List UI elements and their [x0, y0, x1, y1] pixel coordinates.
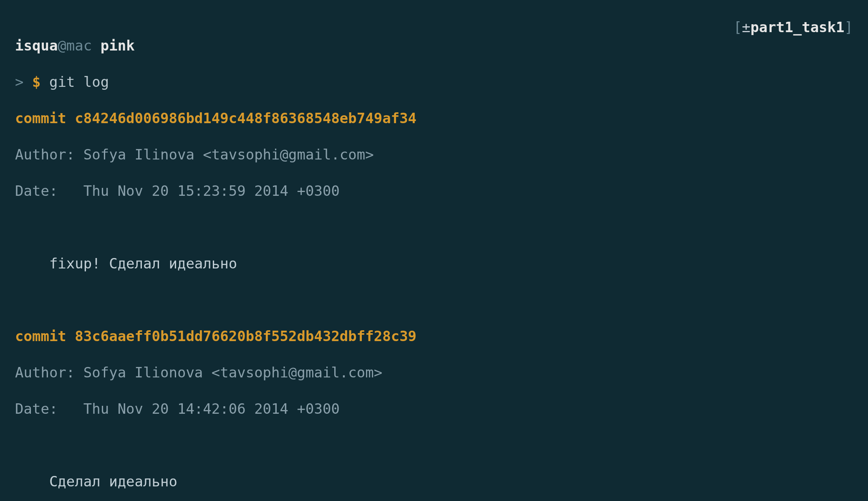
status-symbol: ± [742, 19, 750, 35]
bracket-close: ] [845, 19, 853, 35]
prompt-cwd: pink [101, 37, 135, 54]
blank-line [15, 218, 853, 237]
commit-date: Date: Thu Nov 20 14:42:06 2014 +0300 [15, 400, 853, 418]
commit-message: Сделал идеально [15, 473, 853, 491]
terminal[interactable]: isqua@mac pink > $ git log commit c84246… [0, 0, 868, 501]
bracket-open: [ [733, 19, 742, 35]
commit-header: commit c84246d006986bd149c448f86368548eb… [15, 109, 853, 128]
prompt-arrow: > [15, 73, 23, 90]
prompt-line-1: isqua@mac pink [15, 37, 853, 55]
commit-message: fixup! Сделал идеально [15, 255, 853, 273]
prompt-line-2: > $ git log [15, 73, 853, 91]
blank-line [15, 436, 853, 455]
prompt-user: isqua [15, 37, 58, 54]
git-branch-indicator: [±part1_task1] [733, 18, 853, 37]
commit-date: Date: Thu Nov 20 15:23:59 2014 +0300 [15, 182, 853, 200]
command-text: git log [49, 73, 109, 90]
commit-header: commit 83c6aaeff0b51dd76620b8f552db432db… [15, 327, 853, 346]
prompt-dollar: $ [32, 73, 40, 90]
prompt-host: mac [66, 37, 92, 54]
branch-name: part1_task1 [750, 19, 844, 35]
commit-author: Author: Sofya Ilinova <tavsophi@gmail.co… [15, 146, 853, 164]
prompt-at: @ [58, 37, 66, 54]
commit-author: Author: Sofya Ilionova <tavsophi@gmail.c… [15, 364, 853, 382]
blank-line [15, 291, 853, 309]
